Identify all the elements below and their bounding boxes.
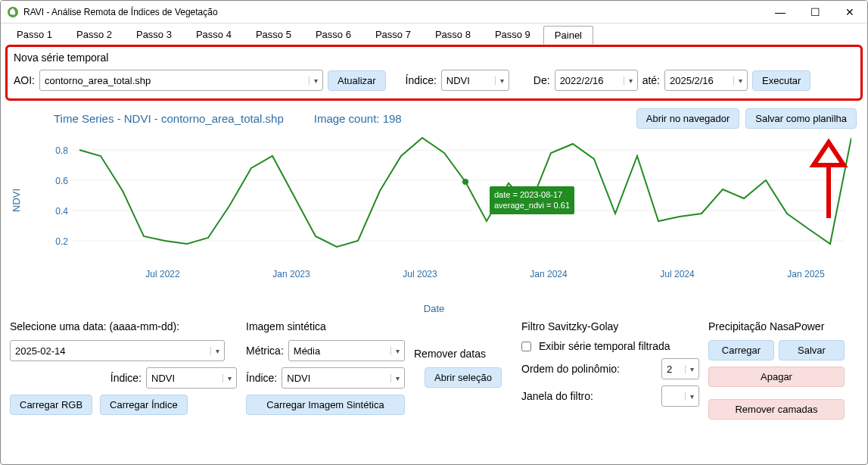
caret-down-icon: ▾ xyxy=(210,347,219,355)
open-browser-button[interactable]: Abrir no navegador xyxy=(636,108,740,129)
caret-down-icon: ▾ xyxy=(624,76,633,85)
date-panel: Selecione uma data: (aaaa-mm-dd): 2025-0… xyxy=(10,320,237,415)
caret-down-icon: ▾ xyxy=(495,76,504,85)
load-index-button[interactable]: Carregar Índice xyxy=(100,395,188,415)
tab-passo-7[interactable]: Passo 7 xyxy=(364,25,422,43)
svg-text:Jul 2024: Jul 2024 xyxy=(660,269,695,279)
caret-down-icon: ▾ xyxy=(390,347,400,355)
syn-index-label: Índice: xyxy=(246,372,277,384)
tab-passo-1[interactable]: Passo 1 xyxy=(5,25,64,43)
tab-passo-2[interactable]: Passo 2 xyxy=(65,25,123,43)
chart-ylabel: NDVI xyxy=(11,189,22,212)
svg-text:0.8: 0.8 xyxy=(55,145,68,156)
remove-dates-title: Remover datas xyxy=(414,348,512,360)
date-index-label: Índice: xyxy=(110,372,142,384)
caret-down-icon: ▾ xyxy=(309,76,318,85)
tab-passo-3[interactable]: Passo 3 xyxy=(125,25,183,43)
to-date[interactable]: 2025/2/16▾ xyxy=(664,70,748,91)
precip-save-button[interactable]: Salvar xyxy=(779,340,845,360)
maximize-button[interactable]: ☐ xyxy=(798,1,832,23)
window-label: Janela do filtro: xyxy=(521,390,593,402)
chart-tooltip: date = 2023-08-17 average_ndvi = 0.61 xyxy=(490,186,574,214)
open-selection-button[interactable]: Abrir seleção xyxy=(425,367,502,388)
svg-text:0.6: 0.6 xyxy=(55,176,68,186)
chart-count: Image count: 198 xyxy=(314,112,402,125)
metric-dropdown[interactable]: Média▾ xyxy=(288,340,405,361)
load-synthetic-button[interactable]: Carregar Imagem Sintética xyxy=(246,395,405,415)
savgol-panel: Filtro Savitzky-Golay Exibir série tempo… xyxy=(521,320,699,407)
tab-passo-8[interactable]: Passo 8 xyxy=(424,25,482,43)
chart-area[interactable]: NDVI 0.80.6 0.40.2 Jul 2022Jan 2023 Jul … xyxy=(11,135,857,301)
svg-text:Jan 2025: Jan 2025 xyxy=(787,269,825,279)
tab-passo-5[interactable]: Passo 5 xyxy=(244,25,303,43)
window-dropdown[interactable]: ▾ xyxy=(661,385,699,407)
caret-down-icon: ▾ xyxy=(390,374,400,382)
chart-title: Time Series - NDVI - contorno_area_total… xyxy=(54,112,284,125)
tab-passo-9[interactable]: Passo 9 xyxy=(484,25,542,43)
new-series-box: Nova série temporal AOI: contorno_area_t… xyxy=(5,45,863,101)
remove-dates-panel: Remover datas Abrir seleção xyxy=(414,320,512,388)
caret-down-icon: ▾ xyxy=(685,392,694,401)
show-filtered-label: Exibir série temporal filtrada xyxy=(539,340,670,352)
svg-text:0.4: 0.4 xyxy=(55,206,68,217)
tab-painel[interactable]: Painel xyxy=(543,26,593,44)
svg-text:Jul 2023: Jul 2023 xyxy=(403,269,437,279)
refresh-button[interactable]: Atualizar xyxy=(328,70,386,91)
tab-bar: Passo 1 Passo 2 Passo 3 Passo 4 Passo 5 … xyxy=(1,23,867,43)
savgol-title: Filtro Savitzky-Golay xyxy=(521,320,699,332)
synthetic-panel: Imagem sintética Métrica: Média▾ Índice:… xyxy=(246,320,405,415)
chart-svg: 0.80.6 0.40.2 Jul 2022Jan 2023 Jul 2023J… xyxy=(49,135,851,286)
poly-dropdown[interactable]: 2▾ xyxy=(661,358,699,379)
date-index-dropdown[interactable]: NDVI▾ xyxy=(146,367,237,389)
precip-title: Precipitação NasaPower xyxy=(708,320,845,332)
app-logo-icon xyxy=(7,6,19,18)
caret-down-icon: ▾ xyxy=(733,76,742,85)
from-label: De: xyxy=(534,74,550,86)
chart-header: Time Series - NDVI - contorno_area_total… xyxy=(1,104,867,132)
save-sheet-button[interactable]: Salvar como planilha xyxy=(745,108,857,129)
tab-passo-6[interactable]: Passo 6 xyxy=(304,25,362,43)
syn-index-dropdown[interactable]: NDVI▾ xyxy=(282,367,405,389)
to-label: até: xyxy=(642,74,660,86)
synthetic-title: Imagem sintética xyxy=(246,320,405,332)
titlebar: RAVI - Análise Remota de Índices de Vege… xyxy=(1,1,867,23)
date-panel-title: Selecione uma data: (aaaa-mm-dd): xyxy=(10,320,237,332)
svg-text:Jan 2024: Jan 2024 xyxy=(530,269,568,279)
svg-text:0.2: 0.2 xyxy=(55,236,68,247)
tab-passo-4[interactable]: Passo 4 xyxy=(185,25,243,43)
precip-panel: Precipitação NasaPower Carregar Salvar A… xyxy=(708,320,845,420)
caret-down-icon: ▾ xyxy=(222,374,232,382)
run-button[interactable]: Executar xyxy=(752,70,810,91)
aoi-dropdown[interactable]: contorno_area_total.shp▾ xyxy=(39,70,323,91)
index-label: Índice: xyxy=(406,74,437,86)
remove-layers-button[interactable]: Remover camadas xyxy=(708,399,845,420)
svg-text:Jul 2022: Jul 2022 xyxy=(145,269,180,279)
load-rgb-button[interactable]: Carregar RGB xyxy=(10,395,92,415)
bottom-panels: Selecione uma data: (aaaa-mm-dd): 2025-0… xyxy=(1,314,867,426)
svg-point-15 xyxy=(462,179,468,185)
date-dropdown[interactable]: 2025-02-14▾ xyxy=(10,340,225,361)
precip-load-button[interactable]: Carregar xyxy=(708,340,774,360)
index-dropdown[interactable]: NDVI▾ xyxy=(441,70,509,91)
close-button[interactable]: ✕ xyxy=(832,1,867,23)
show-filtered-checkbox[interactable] xyxy=(521,342,531,351)
precip-clear-button[interactable]: Apagar xyxy=(708,367,845,387)
minimize-button[interactable]: — xyxy=(763,1,798,23)
chart-xlabel: Date xyxy=(1,303,867,314)
poly-label: Ordem do polinômio: xyxy=(521,363,620,375)
svg-text:Jan 2023: Jan 2023 xyxy=(272,269,310,279)
new-series-title: Nova série temporal xyxy=(14,51,854,64)
aoi-label: AOI: xyxy=(14,74,35,86)
app-title: RAVI - Análise Remota de Índices de Vege… xyxy=(23,7,763,17)
caret-down-icon: ▾ xyxy=(685,365,694,373)
metric-label: Métrica: xyxy=(246,345,284,357)
from-date[interactable]: 2022/2/16▾ xyxy=(555,70,638,91)
